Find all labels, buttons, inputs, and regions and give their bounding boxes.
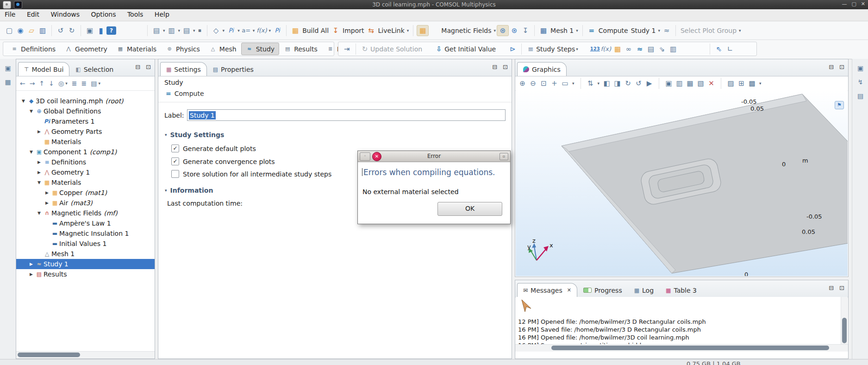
functions-icon[interactable]: f(x) <box>256 26 268 35</box>
rotate-ccw-icon[interactable]: ↺ <box>634 79 643 88</box>
function-sweep-icon[interactable]: f(x) <box>600 44 612 53</box>
scrollbar-thumb[interactable] <box>18 352 80 357</box>
chevron-down-icon[interactable]: ▾ <box>98 81 100 86</box>
menu-edit[interactable]: Edit <box>22 9 44 19</box>
expand-all-icon[interactable]: ≣ <box>81 80 87 87</box>
expand-arrow-icon[interactable]: ▶ <box>36 129 43 134</box>
redo-icon[interactable]: ↻ <box>66 25 77 36</box>
expand-arrow-icon[interactable]: ▼ <box>36 180 43 185</box>
zoom-in-icon[interactable]: ⊕ <box>518 79 527 88</box>
tree-item-materials[interactable]: ▼ ▦ Materials <box>16 177 155 188</box>
ok-button[interactable]: OK <box>437 202 502 216</box>
chevron-down-icon[interactable]: ▾ <box>177 28 181 33</box>
move-up-icon[interactable]: ↑ <box>39 80 44 87</box>
step-icon[interactable]: ⇥ <box>341 44 352 54</box>
messages-log[interactable]: 12 PM] Opened file: /home/bwilmer/3 D Re… <box>516 297 841 344</box>
quick-access-icon[interactable]: ↯ <box>852 77 868 87</box>
node-icon[interactable]: ▪ <box>196 26 204 34</box>
study-steps-button[interactable]: Study Steps <box>536 45 575 53</box>
checkbox-generate-default-plots[interactable]: ✓ Generate default plots <box>171 145 256 152</box>
view-flag-icon[interactable]: ⚑ <box>835 101 844 109</box>
chevron-down-icon[interactable]: ▾ <box>758 81 762 86</box>
add-material-icon[interactable]: ▦ <box>417 25 429 36</box>
graphics-viewport[interactable]: z y x -0.05 0.05 0 m -0.05 0.05 0 ⚑ <box>516 90 848 276</box>
tab-definitions[interactable]: ≡ Definitions <box>6 43 60 55</box>
expand-arrow-icon[interactable]: ▶ <box>44 201 50 205</box>
tree-item-global-materials[interactable]: ▦ Materials <box>16 137 155 147</box>
checkbox-icon[interactable]: ✓ <box>171 145 179 152</box>
zoom-box-icon[interactable]: + <box>550 79 559 88</box>
minimize-panel-icon[interactable]: ⊟ <box>135 63 140 70</box>
horizontal-scrollbar[interactable] <box>515 344 848 352</box>
dock-panel-icon[interactable]: ▤ <box>852 91 868 101</box>
tree-item-results[interactable]: ▶ ▤ Results <box>16 269 155 279</box>
chevron-down-icon[interactable]: ▾ <box>406 28 410 33</box>
physics-node-icon[interactable]: ⊛ <box>509 25 520 36</box>
variables-icon[interactable]: a= <box>241 26 252 35</box>
tab-messages[interactable]: ✉ Messages ✕ <box>517 283 577 297</box>
zoom-out-icon[interactable]: ⊖ <box>529 79 537 88</box>
import-physics-icon[interactable]: ↧ <box>520 25 531 36</box>
close-tab-icon[interactable]: ✕ <box>567 287 571 293</box>
open-file-icon[interactable]: ▱ <box>26 25 37 36</box>
geometry-parts-icon[interactable]: ◇ <box>211 25 222 36</box>
view-xy-icon[interactable]: ◧ <box>602 79 611 88</box>
chevron-down-icon[interactable]: ▾ <box>597 81 601 86</box>
maximize-panel-icon[interactable]: ⊡ <box>839 63 844 70</box>
checkbox-icon[interactable]: ✓ <box>171 157 179 165</box>
chevron-down-icon[interactable]: ▾ <box>162 28 166 33</box>
expand-arrow-icon[interactable]: ▼ <box>28 150 35 154</box>
play-animation-icon[interactable]: ▶ <box>645 79 654 88</box>
mesh-select[interactable]: Mesh 1 <box>549 27 575 34</box>
maximize-icon[interactable]: ▢ <box>851 1 856 7</box>
statistics-icon[interactable]: ▥ <box>668 44 679 54</box>
scrollbar-thumb[interactable] <box>842 318 847 343</box>
forward-icon[interactable]: → <box>30 80 35 87</box>
menu-file[interactable]: File <box>0 9 20 19</box>
chevron-down-icon[interactable]: ▾ <box>571 81 575 86</box>
expand-arrow-icon[interactable]: ▶ <box>36 170 43 175</box>
tab-selection[interactable]: ◧ Selection <box>69 62 119 76</box>
chevron-down-icon[interactable]: ▾ <box>575 28 579 33</box>
tree-item-global-definitions[interactable]: ▼ ⊕ Global Definitions <box>16 106 155 116</box>
import-icon[interactable]: ↧ <box>330 25 341 36</box>
restore-window-icon[interactable]: ▣ <box>852 63 868 73</box>
menu-options[interactable]: Options <box>86 9 120 19</box>
collapse-all-icon[interactable]: ≣ <box>72 80 77 87</box>
compute-icon[interactable]: = <box>586 25 597 36</box>
checkbox-icon[interactable] <box>171 170 179 178</box>
dependent-variables-icon[interactable]: ⊳ <box>507 44 518 54</box>
model-manager-icon[interactable]: ◉ <box>15 25 26 36</box>
tab-graphics[interactable]: Graphics <box>517 62 567 76</box>
chevron-down-icon[interactable]: ▾ <box>657 28 661 33</box>
tree-item-magnetic-insulation[interactable]: ▬ Magnetic Insulation 1 <box>16 228 155 239</box>
collapse-caret-icon[interactable]: ▾ <box>165 188 167 193</box>
copy-icon[interactable]: ▣ <box>84 25 95 36</box>
tree-item-parameters[interactable]: Pi Parameters 1 <box>16 116 155 126</box>
study-reference-icon[interactable]: ≈ <box>634 44 645 54</box>
chevron-down-icon[interactable]: ▾ <box>222 28 226 33</box>
minimize-panel-icon[interactable]: ⊟ <box>492 63 497 70</box>
maximize-panel-icon[interactable]: ⊡ <box>146 63 151 70</box>
expand-arrow-icon[interactable]: ▶ <box>28 262 35 266</box>
study-select[interactable]: Study 1 <box>630 27 657 34</box>
compute-button[interactable]: = Compute <box>166 90 204 97</box>
tree-item-initial-values[interactable]: ▬ Initial Values 1 <box>16 239 155 249</box>
tab-settings[interactable]: ▦ Settings <box>160 62 207 76</box>
minimize-icon[interactable]: — <box>842 1 847 7</box>
vertical-scrollbar[interactable] <box>841 297 848 344</box>
build-all-icon[interactable]: ▦ <box>290 25 301 36</box>
close-icon[interactable]: ✕ <box>861 1 865 7</box>
horizontal-scrollbar[interactable] <box>16 351 155 359</box>
parametric-sweep-icon[interactable]: 123 <box>590 46 600 51</box>
tree-item-amperes-law[interactable]: ▬ Ampère's Law 1 <box>16 218 155 228</box>
go-to-view-icon[interactable]: ⇅ <box>586 79 595 88</box>
livelink-button[interactable]: LiveLink <box>377 27 406 34</box>
build-all-button[interactable]: Build All <box>301 27 330 34</box>
move-down-icon[interactable]: ↓ <box>49 80 54 87</box>
parameters-icon[interactable]: Pi <box>225 26 237 35</box>
scrollbar-thumb[interactable] <box>551 346 829 350</box>
tab-geometry[interactable]: ⋀ Geometry <box>60 43 112 55</box>
show-grid-icon[interactable]: ▧ <box>696 79 705 88</box>
tab-study[interactable]: ≈ Study <box>241 43 279 55</box>
